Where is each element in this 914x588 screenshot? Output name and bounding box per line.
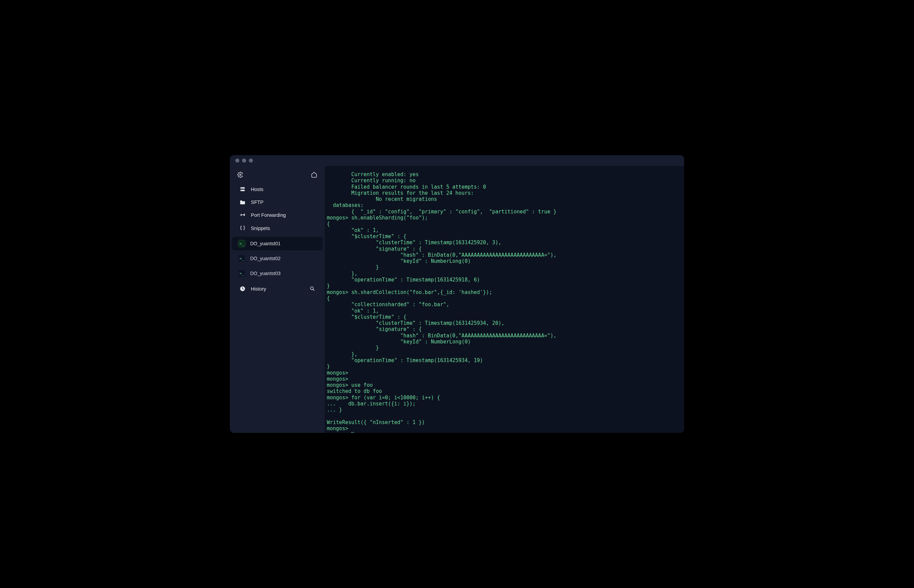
nav-sftp[interactable]: SFTP: [232, 196, 323, 208]
session-tab-1[interactable]: >_ DO_yuantst01: [232, 237, 323, 250]
search-icon[interactable]: [310, 286, 315, 292]
nav-port-forwarding[interactable]: Port Forwarding: [232, 208, 323, 221]
forward-icon: [239, 213, 245, 218]
nav-label: Port Forwarding: [251, 212, 286, 218]
app-window: Hosts SFTP Port Forwarding Snippets: [230, 155, 684, 433]
nav-snippets[interactable]: Snippets: [232, 221, 323, 235]
nav-label: Snippets: [251, 226, 270, 231]
svg-point-6: [311, 287, 314, 290]
svg-line-7: [313, 289, 314, 291]
svg-point-4: [241, 190, 241, 191]
svg-rect-1: [240, 187, 245, 189]
terminal-cursor: [351, 432, 354, 433]
session-tab-3[interactable]: >_ DO_yuantst03: [232, 267, 323, 280]
window-minimize-dot[interactable]: [242, 158, 246, 163]
sidebar: Hosts SFTP Port Forwarding Snippets: [230, 166, 325, 433]
nav-label: History: [251, 286, 266, 292]
home-icon[interactable]: [311, 171, 317, 178]
settings-icon[interactable]: [237, 172, 243, 178]
folder-icon: [239, 200, 245, 205]
session-tab-2[interactable]: >_ DO_yuantst02: [232, 252, 323, 265]
braces-icon: [239, 225, 245, 231]
nav-history[interactable]: History: [232, 282, 323, 296]
nav-hosts[interactable]: Hosts: [232, 183, 323, 196]
window-close-dot[interactable]: [235, 158, 239, 163]
nav-label: Hosts: [251, 187, 263, 192]
nav-label: SFTP: [251, 199, 263, 205]
terminal-icon: >_: [238, 255, 245, 262]
svg-point-0: [240, 174, 241, 176]
terminal-icon: >_: [238, 270, 245, 277]
tab-label: DO_yuantst01: [250, 241, 281, 246]
svg-rect-2: [240, 190, 245, 191]
svg-point-3: [241, 187, 241, 188]
terminal-output: Currently enabled: yes Currently running…: [327, 171, 681, 433]
app-body: Hosts SFTP Port Forwarding Snippets: [230, 166, 684, 433]
tab-label: DO_yuantst03: [250, 271, 281, 276]
tab-label: DO_yuantst02: [250, 256, 281, 261]
terminal-pane[interactable]: Currently enabled: yes Currently running…: [325, 166, 684, 433]
window-maximize-dot[interactable]: [249, 158, 253, 163]
titlebar: [230, 155, 684, 166]
clock-icon: [239, 286, 245, 292]
sidebar-top-row: [230, 170, 325, 183]
hosts-icon: [239, 186, 245, 192]
terminal-icon: >_: [238, 240, 245, 247]
